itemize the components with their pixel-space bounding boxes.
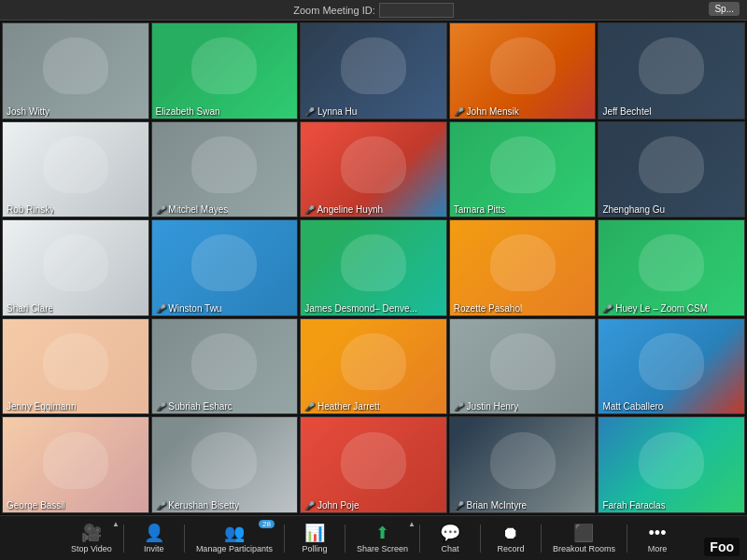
toolbar-divider [480,525,481,553]
breakout-rooms-label: Breakout Rooms [553,544,615,553]
more-label: More [648,544,668,553]
stop-video-icon: 🎥 [81,523,102,543]
video-tile[interactable]: 🎤 John Poje [300,416,447,513]
video-tile[interactable]: 🎤 Heather Jarrett [300,318,447,415]
video-tile[interactable]: 🎤 Lynna Hu [300,22,447,119]
manage-participants-label: Manage Participants [196,544,273,553]
face-silhouette [341,234,406,291]
breakout-rooms-icon: ⬛ [573,523,594,543]
video-tile[interactable]: 🎤 Mitchel Mayes [151,121,299,218]
video-tile[interactable]: Jeff Bechtel [598,22,745,119]
participant-name: Rob Rinsky [7,204,54,215]
toolbar-item-polling[interactable]: 📊Polling [287,516,343,560]
toolbar-item-chat[interactable]: 💬Chat [422,516,478,560]
share-screen-icon: ⬆ [375,523,389,543]
face-silhouette [43,333,108,390]
video-tile[interactable]: 🎤 John Mensik [449,22,597,119]
stop-video-arrow[interactable]: ▲ [112,520,120,528]
toolbar-divider [419,525,420,553]
video-tile[interactable]: George Bassil [2,416,149,513]
face-silhouette [639,333,704,390]
record-icon: ⏺ [502,524,519,543]
participant-name: 🎤 Kerushan Bisetty [156,500,239,511]
video-tile[interactable]: Elizabeth Swan [151,22,299,119]
share-screen-label: Share Screen [357,544,408,553]
face-silhouette [639,37,704,94]
foo-label: Foo [704,538,740,556]
toolbar-item-record[interactable]: ⏺Record [483,516,539,560]
participant-name: Matt Caballero [602,401,663,412]
video-tile[interactable]: 🎤 Kerushan Bisetty [151,416,299,513]
participant-name: Farah Faraclas [602,500,665,511]
participant-name: 🎤 Mitchel Mayes [156,204,229,215]
face-silhouette [191,37,257,94]
face-silhouette [43,136,108,193]
chat-label: Chat [441,544,458,553]
video-tile[interactable]: Matt Caballero [598,318,745,415]
face-silhouette [490,37,556,94]
toolbar-divider [541,525,542,553]
video-tile[interactable]: Josh Witty [2,22,149,119]
face-silhouette [43,432,108,489]
video-tile[interactable]: 🎤 Brian McIntyre [449,416,597,513]
participant-name: Josh Witty [7,106,49,117]
meeting-id-input[interactable] [379,3,454,18]
video-tile[interactable]: Jenny Eggimann [2,318,149,415]
toolbar-item-breakout-rooms[interactable]: ⬛Breakout Rooms [543,516,625,560]
toolbar-item-stop-video[interactable]: 🎥Stop Video▲ [62,516,121,560]
participant-name: Jeff Bechtel [602,106,651,117]
toolbar-divider [627,525,627,553]
toolbar-divider [123,525,124,553]
sp-button[interactable]: Sp... [709,2,740,16]
toolbar-item-manage-participants[interactable]: 👥Manage Participants28 [187,516,282,560]
video-tile[interactable]: James Desmond– Denve... [300,219,447,316]
video-grid: Josh WittyElizabeth Swan🎤 Lynna Hu🎤 John… [0,21,747,515]
face-silhouette [341,432,406,489]
video-tile[interactable]: 🎤 Winston Twu [151,219,299,316]
video-tile[interactable]: Tamara Pitts [449,121,597,218]
face-silhouette [191,432,257,489]
participant-name: 🎤 Subriah Esharc [156,401,233,412]
face-silhouette [490,333,556,390]
participant-name: 🎤 Angeline Huynh [304,204,383,215]
face-silhouette [490,432,556,489]
participant-name: Tamara Pitts [454,204,506,215]
face-silhouette [341,37,406,94]
video-tile[interactable]: Rob Rinsky [2,121,149,218]
video-tile[interactable]: 🎤 Justin Henry [449,318,597,415]
participant-name: George Bassil [7,500,65,511]
participant-name: 🎤 John Poje [304,500,359,511]
video-tile[interactable]: 🎤 Angeline Huynh [300,121,447,218]
video-tile[interactable]: Farah Faraclas [598,416,745,513]
face-silhouette [43,37,108,94]
video-tile[interactable]: 🎤 Huey Le – Zoom CSM [598,219,745,316]
participant-name: Rozette Pasahol [454,303,522,314]
polling-label: Polling [302,544,327,553]
face-silhouette [191,136,257,193]
video-tile[interactable]: 🎤 Subriah Esharc [151,318,299,415]
toolbar-divider [284,525,285,553]
face-silhouette [639,234,704,291]
participant-name: 🎤 Lynna Hu [304,106,357,117]
toolbar-item-invite[interactable]: 👤Invite [126,516,182,560]
participant-name: 🎤 John Mensik [454,106,519,117]
stop-video-label: Stop Video [71,544,112,553]
video-tile[interactable]: Zhenghang Gu [598,121,745,218]
share-screen-arrow[interactable]: ▲ [408,520,416,528]
face-silhouette [639,432,704,489]
video-tile[interactable]: Rozette Pasahol [449,219,597,316]
face-silhouette [191,234,257,291]
participant-name: 🎤 Justin Henry [454,401,518,412]
face-silhouette [639,136,704,193]
toolbar-divider [184,525,185,553]
video-tile[interactable]: Shari Clare [2,219,149,316]
toolbar-item-share-screen[interactable]: ⬆Share Screen▲ [347,516,417,560]
face-silhouette [43,234,108,291]
invite-icon: 👤 [144,523,164,543]
toolbar-divider [345,525,345,553]
record-label: Record [497,544,524,553]
toolbar-item-more[interactable]: •••More [629,516,685,560]
participant-name: Jenny Eggimann [7,401,77,412]
participant-name: 🎤 Huey Le – Zoom CSM [602,303,708,314]
meeting-id-label: Zoom Meeting ID: [293,5,374,16]
